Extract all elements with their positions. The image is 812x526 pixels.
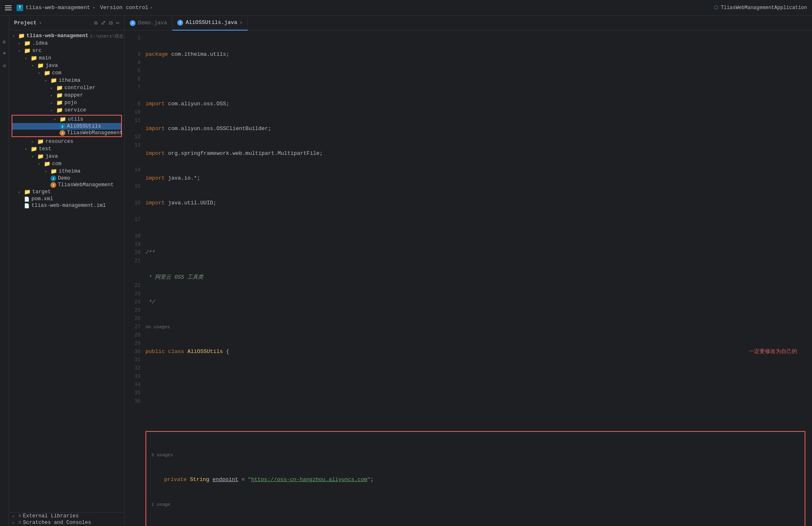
sidebar-chevron-icon[interactable]: ▾	[39, 21, 42, 26]
settings-icon[interactable]: ⋯	[116, 19, 119, 26]
code-line-13	[145, 372, 805, 381]
tree-arrow-java2: ▾	[31, 154, 37, 159]
scratches-icon: ≡	[18, 520, 21, 526]
sidebar-bottom: ▸ ≡ External Libraries ▸ ≡ Scratches and…	[9, 512, 124, 526]
java-icon-alioss: J	[60, 123, 65, 129]
tree-item-com[interactable]: ▾ 📁 com	[9, 69, 124, 77]
folder-icon-src: 📁	[24, 47, 31, 54]
root-path: C:\Users\张志	[90, 33, 124, 39]
tree-item-resources[interactable]: ▸ 📁 resources	[9, 138, 124, 145]
tree-item-java2[interactable]: ▾ 📁 java	[9, 153, 124, 160]
tree-item-service[interactable]: ▸ 📁 service	[9, 107, 124, 114]
tree-item-itheima[interactable]: ▾ 📁 itheima	[9, 77, 124, 84]
project-name-label: tlias-web-management	[26, 5, 90, 11]
code-line-12: public class AliOSSUtils {一定要修改为自己的	[145, 348, 805, 356]
tree-label-controller: controller	[64, 85, 95, 91]
tree-label-pojo: pojo	[64, 100, 77, 106]
tree-label-service: service	[64, 107, 86, 113]
folder-icon-root: 📁	[18, 33, 25, 39]
tab-alioss[interactable]: J AliOSSUtils.java ✕	[172, 16, 248, 31]
main-layout: ⊞ ◈ ⚙ Project ▾ ⊙ ⤢ ⊟ ⋯ ▾ 📁 tlias-web-ma…	[0, 16, 812, 526]
tree-label-mapper: mapper	[64, 92, 83, 98]
tree-item-utils[interactable]: ▾ 📁 utils	[12, 116, 121, 123]
tree-arrow-mapper: ▸	[50, 93, 56, 98]
code-line-4: import com.aliyun.oss.OSSClientBuilder;	[145, 125, 805, 133]
tree-item-controller[interactable]: ▸ 📁 controller	[9, 84, 124, 92]
tree-item-mapper[interactable]: ▸ 📁 mapper	[9, 92, 124, 99]
folder-icon-com: 📁	[44, 70, 50, 76]
chevron-down-icon: ▾	[93, 5, 95, 10]
collapse-icon[interactable]: ⊟	[109, 19, 112, 26]
tree-arrow-itheima: ▾	[45, 78, 50, 83]
code-line-2	[145, 75, 805, 83]
code-line-3: import com.aliyun.oss.OSS;	[145, 100, 805, 108]
tree-item-src[interactable]: ▾ 📁 src	[9, 47, 124, 54]
folder-icon-mapper: 📁	[56, 92, 63, 99]
folder-icon-pojo: 📁	[56, 100, 63, 106]
tab-close-icon[interactable]: ✕	[240, 20, 243, 25]
tree-item-iml[interactable]: 📄 tlias-web-management.iml	[9, 202, 124, 209]
code-line-1: package com.itheima.utils;	[145, 50, 805, 59]
sidebar-header-icons: ⊙ ⤢ ⊟ ⋯	[94, 19, 119, 26]
code-line-6: import java.io.*;	[145, 174, 805, 182]
tree-label-utils: utils	[68, 116, 83, 122]
folder-icon-itheima: 📁	[50, 77, 57, 84]
locate-icon[interactable]: ⊙	[94, 19, 98, 26]
app-icon: ⬡	[714, 5, 718, 11]
tree-item-scratches[interactable]: ▸ ≡ Scratches and Consoles	[9, 519, 124, 526]
tree-arrow-external: ▸	[12, 514, 18, 519]
tree-item-tliaswebmanage1[interactable]: J TliasWebManagement	[12, 130, 121, 136]
tree-item-itheima2[interactable]: ▾ 📁 itheima	[9, 168, 124, 175]
code-line-8	[145, 224, 805, 232]
tree-item-pojo[interactable]: ▸ 📁 pojo	[9, 99, 124, 107]
sidebar-title: Project	[14, 20, 37, 26]
expand-icon[interactable]: ⤢	[101, 19, 106, 26]
tree-item-tliaswebmanage2[interactable]: J TliasWebManagement	[9, 182, 124, 188]
gutter-icon-3[interactable]: ⚙	[3, 63, 6, 69]
tree-item-aliossutils[interactable]: J AliOSSUtils	[12, 123, 121, 130]
editor-area: J Demo.java J AliOSSUtils.java ✕ 1 3 4 5…	[125, 16, 812, 526]
tree-arrow-resources: ▸	[31, 140, 37, 144]
version-control-button[interactable]: Version control ▾	[100, 5, 152, 11]
tree-label-java: java	[45, 63, 58, 69]
tree-arrow-controller: ▸	[50, 86, 56, 90]
tab-demo[interactable]: J Demo.java	[125, 16, 172, 31]
tree-item-root[interactable]: ▾ 📁 tlias-web-management C:\Users\张志	[9, 32, 124, 40]
t-icon: T	[17, 5, 23, 11]
folder-icon-service: 📁	[56, 107, 63, 114]
folder-icon-main: 📁	[31, 55, 37, 62]
tree-item-target[interactable]: ▸ 📁 target	[9, 188, 124, 196]
tree-label-itheima2: itheima	[59, 168, 81, 174]
tree-item-com2[interactable]: ▾ 📁 com	[9, 160, 124, 168]
project-title[interactable]: T tlias-web-management ▾	[17, 5, 95, 11]
libs-icon: ≡	[18, 513, 21, 519]
tree-item-pom[interactable]: 📄 pom.xml	[9, 196, 124, 202]
tree-label-com2: com	[52, 161, 62, 167]
folder-icon-idea: 📁	[24, 40, 31, 47]
code-line-5: import org.springframework.web.multipart…	[145, 149, 805, 158]
tree-arrow-test: ▾	[25, 147, 31, 152]
tree-item-idea[interactable]: ▸ 📁 .idea	[9, 40, 124, 47]
tree-label-target: target	[32, 189, 51, 195]
code-area: package com.itheima.utils; import com.al…	[145, 31, 812, 526]
tab-label-alioss: AliOSSUtils.java	[186, 19, 237, 26]
tree-label-root: tlias-web-management	[26, 33, 88, 39]
tree-item-main[interactable]: ▾ 📁 main	[9, 54, 124, 62]
folder-icon-com2: 📁	[44, 161, 50, 167]
tab-label-demo: Demo.java	[138, 20, 167, 26]
tree-label-tlias1: TliasWebManagement	[67, 130, 123, 136]
title-bar-right: ⬡ TliasWebManagementApplication	[714, 5, 807, 11]
tree-item-java[interactable]: ▾ 📁 java	[9, 62, 124, 69]
tree-label-idea: .idea	[32, 40, 48, 46]
tree-item-demo[interactable]: J Demo	[9, 175, 124, 182]
gutter-icon-2[interactable]: ◈	[3, 50, 6, 56]
folder-icon-target: 📁	[24, 189, 31, 195]
tree-item-test[interactable]: ▾ 📁 test	[9, 145, 124, 153]
tree-label-src: src	[32, 48, 42, 54]
folder-icon-resources: 📁	[37, 138, 44, 145]
hamburger-menu-icon[interactable]	[5, 5, 12, 10]
gutter-icon-1[interactable]: ⊞	[2, 40, 7, 43]
tree-item-external-libs[interactable]: ▸ ≡ External Libraries	[9, 513, 124, 519]
left-gutter: ⊞ ◈ ⚙	[0, 16, 9, 526]
code-line-10: * 阿里云 OSS 工具类	[145, 273, 805, 282]
